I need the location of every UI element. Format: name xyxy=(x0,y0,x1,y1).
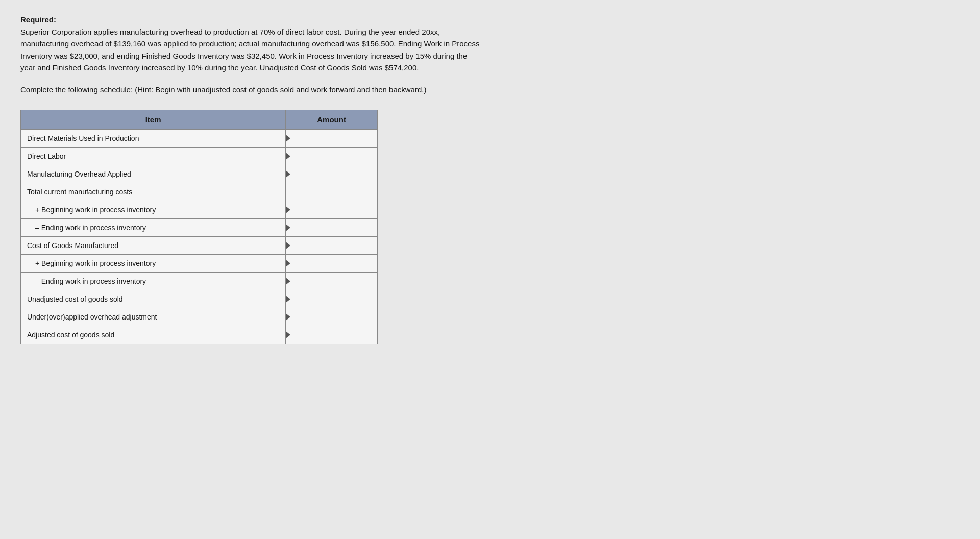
amount-cell-5[interactable] xyxy=(286,219,378,237)
input-triangle-icon xyxy=(286,331,290,338)
amount-input-7[interactable] xyxy=(292,259,371,267)
amount-input-4[interactable] xyxy=(292,206,371,214)
table-row: Unadjusted cost of goods sold xyxy=(21,290,378,308)
item-cell-0: Direct Materials Used in Production xyxy=(21,130,286,148)
description-text: Superior Corporation applies manufacturi… xyxy=(20,26,480,74)
amount-cell-7[interactable] xyxy=(286,255,378,273)
table-row: Adjusted cost of goods sold xyxy=(21,326,378,344)
hint-text: Complete the following schedule: (Hint: … xyxy=(20,84,480,95)
table-row: Direct Labor xyxy=(21,148,378,165)
item-cell-2: Manufacturing Overhead Applied xyxy=(21,165,286,183)
input-triangle-icon xyxy=(286,135,290,142)
item-cell-6: Cost of Goods Manufactured xyxy=(21,237,286,255)
amount-cell-0[interactable] xyxy=(286,130,378,148)
item-cell-11: Adjusted cost of goods sold xyxy=(21,326,286,344)
amount-cell-10[interactable] xyxy=(286,308,378,326)
amount-input-6[interactable] xyxy=(292,241,371,250)
table-row: Under(over)applied overhead adjustment xyxy=(21,308,378,326)
item-cell-7: + Beginning work in process inventory xyxy=(21,255,286,273)
item-cell-5: – Ending work in process inventory xyxy=(21,219,286,237)
item-cell-8: – Ending work in process inventory xyxy=(21,273,286,290)
item-cell-1: Direct Labor xyxy=(21,148,286,165)
table-row: Manufacturing Overhead Applied xyxy=(21,165,378,183)
amount-input-2[interactable] xyxy=(292,170,371,178)
item-cell-4: + Beginning work in process inventory xyxy=(21,201,286,219)
table-row: Cost of Goods Manufactured xyxy=(21,237,378,255)
input-triangle-icon xyxy=(286,296,290,303)
input-triangle-icon xyxy=(286,153,290,160)
amount-input-10[interactable] xyxy=(292,313,371,321)
table-row: Total current manufacturing costs xyxy=(21,183,378,201)
table-row: Direct Materials Used in Production xyxy=(21,130,378,148)
required-label: Required: xyxy=(20,15,480,24)
amount-cell-4[interactable] xyxy=(286,201,378,219)
amount-input-0[interactable] xyxy=(292,134,371,142)
table-row: + Beginning work in process inventory xyxy=(21,201,378,219)
amount-input-5[interactable] xyxy=(292,224,371,232)
amount-cell-1[interactable] xyxy=(286,148,378,165)
amount-cell-3 xyxy=(286,183,378,201)
page-container: Required: Superior Corporation applies m… xyxy=(20,15,480,344)
amount-cell-6[interactable] xyxy=(286,237,378,255)
amount-cell-2[interactable] xyxy=(286,165,378,183)
table-row: – Ending work in process inventory xyxy=(21,219,378,237)
input-triangle-icon xyxy=(286,206,290,213)
item-cell-10: Under(over)applied overhead adjustment xyxy=(21,308,286,326)
input-triangle-icon xyxy=(286,170,290,178)
input-triangle-icon xyxy=(286,224,290,231)
table-row: – Ending work in process inventory xyxy=(21,273,378,290)
input-triangle-icon xyxy=(286,278,290,285)
amount-cell-8[interactable] xyxy=(286,273,378,290)
input-triangle-icon xyxy=(286,242,290,249)
table-row: + Beginning work in process inventory xyxy=(21,255,378,273)
amount-input-1[interactable] xyxy=(292,152,371,160)
schedule-table: Item Amount Direct Materials Used in Pro… xyxy=(20,110,378,344)
input-triangle-icon xyxy=(286,313,290,321)
item-cell-3: Total current manufacturing costs xyxy=(21,183,286,201)
amount-cell-11[interactable] xyxy=(286,326,378,344)
item-cell-9: Unadjusted cost of goods sold xyxy=(21,290,286,308)
amount-cell-9[interactable] xyxy=(286,290,378,308)
amount-input-11[interactable] xyxy=(292,331,371,339)
amount-input-9[interactable] xyxy=(292,295,371,303)
input-triangle-icon xyxy=(286,260,290,267)
header-item: Item xyxy=(21,110,286,130)
header-amount: Amount xyxy=(286,110,378,130)
amount-input-8[interactable] xyxy=(292,277,371,285)
